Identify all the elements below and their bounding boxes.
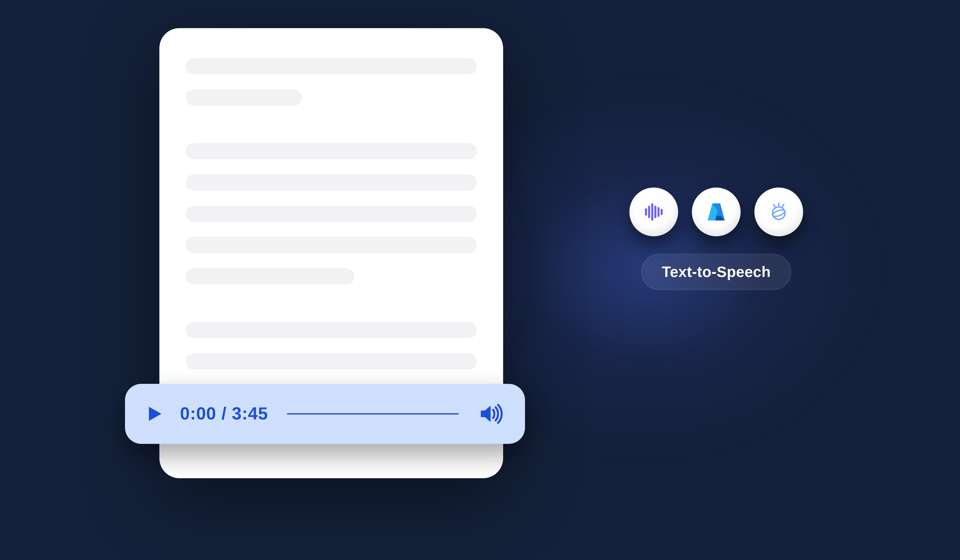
- waveform-icon: [641, 199, 666, 224]
- play-button[interactable]: [144, 403, 165, 425]
- text-line: [186, 58, 477, 75]
- tts-panel: Text-to-Speech: [616, 188, 816, 290]
- svg-rect-2: [651, 203, 653, 221]
- text-line: [186, 143, 477, 159]
- svg-rect-3: [654, 206, 656, 218]
- svg-rect-4: [658, 207, 659, 217]
- seek-track[interactable]: [287, 413, 459, 414]
- text-line: [186, 174, 477, 191]
- text-line: [186, 237, 477, 253]
- tts-service-azure: [692, 188, 741, 237]
- text-line: [186, 206, 477, 222]
- text-line: [186, 89, 302, 106]
- svg-line-10: [782, 204, 784, 207]
- text-line: [186, 322, 477, 338]
- illustration-canvas: 0:00 / 3:45: [0, 0, 960, 506]
- play-icon: [145, 405, 164, 423]
- volume-button[interactable]: [477, 401, 504, 427]
- watson-icon: [766, 199, 791, 224]
- volume-icon: [477, 401, 504, 427]
- audio-player: 0:00 / 3:45: [125, 384, 525, 444]
- text-line: [186, 353, 477, 370]
- svg-line-9: [774, 204, 775, 207]
- tts-label: Text-to-Speech: [641, 254, 791, 290]
- text-line: [186, 268, 355, 285]
- svg-rect-0: [645, 208, 647, 216]
- azure-icon: [703, 199, 730, 225]
- svg-rect-5: [661, 209, 662, 215]
- tts-service-icons: [629, 188, 803, 237]
- time-separator: /: [216, 404, 232, 423]
- playback-time: 0:00 / 3:45: [180, 404, 268, 424]
- tts-service-waveform: [629, 188, 678, 237]
- tts-service-watson: [754, 188, 803, 237]
- current-time: 0:00: [180, 404, 216, 423]
- svg-rect-1: [648, 206, 650, 218]
- duration: 3:45: [232, 404, 268, 423]
